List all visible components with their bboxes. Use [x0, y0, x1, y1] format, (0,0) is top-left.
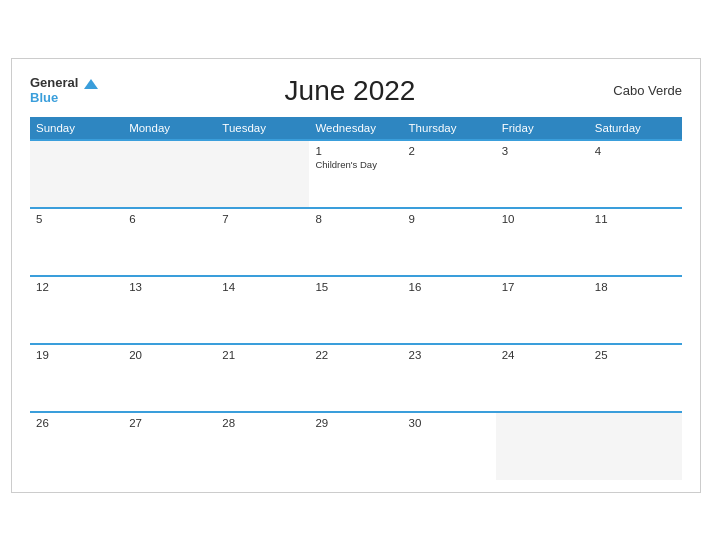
day-number: 11 [595, 213, 676, 225]
day-number: 29 [315, 417, 396, 429]
calendar-cell [589, 412, 682, 480]
calendar-cell: 5 [30, 208, 123, 276]
day-number: 20 [129, 349, 210, 361]
calendar-cell: 10 [496, 208, 589, 276]
calendar-cell: 16 [403, 276, 496, 344]
day-number: 17 [502, 281, 583, 293]
country-label: Cabo Verde [602, 83, 682, 98]
calendar-table: Sunday Monday Tuesday Wednesday Thursday… [30, 117, 682, 480]
calendar-week-row: 1Children's Day234 [30, 140, 682, 208]
calendar-header: General Blue June 2022 Cabo Verde [30, 75, 682, 107]
day-number: 15 [315, 281, 396, 293]
day-number: 21 [222, 349, 303, 361]
day-number: 23 [409, 349, 490, 361]
calendar-cell [216, 140, 309, 208]
day-number: 4 [595, 145, 676, 157]
logo: General Blue [30, 76, 98, 105]
calendar-cell: 8 [309, 208, 402, 276]
day-number: 28 [222, 417, 303, 429]
calendar-week-row: 19202122232425 [30, 344, 682, 412]
day-number: 22 [315, 349, 396, 361]
calendar-cell: 27 [123, 412, 216, 480]
day-number: 13 [129, 281, 210, 293]
calendar-cell: 2 [403, 140, 496, 208]
day-number: 27 [129, 417, 210, 429]
weekday-saturday: Saturday [589, 117, 682, 140]
calendar-cell: 6 [123, 208, 216, 276]
day-number: 30 [409, 417, 490, 429]
calendar-cell: 19 [30, 344, 123, 412]
calendar-cell: 12 [30, 276, 123, 344]
calendar-week-row: 2627282930 [30, 412, 682, 480]
calendar-cell: 1Children's Day [309, 140, 402, 208]
calendar-cell: 29 [309, 412, 402, 480]
day-number: 1 [315, 145, 396, 157]
calendar-cell: 15 [309, 276, 402, 344]
calendar-cell: 30 [403, 412, 496, 480]
calendar-cell: 23 [403, 344, 496, 412]
day-number: 26 [36, 417, 117, 429]
calendar: General Blue June 2022 Cabo Verde Sunday… [11, 58, 701, 493]
calendar-week-row: 567891011 [30, 208, 682, 276]
calendar-cell: 20 [123, 344, 216, 412]
calendar-cell: 25 [589, 344, 682, 412]
calendar-cell [30, 140, 123, 208]
weekday-monday: Monday [123, 117, 216, 140]
weekday-thursday: Thursday [403, 117, 496, 140]
day-number: 12 [36, 281, 117, 293]
calendar-cell: 4 [589, 140, 682, 208]
day-number: 16 [409, 281, 490, 293]
day-number: 7 [222, 213, 303, 225]
day-number: 5 [36, 213, 117, 225]
weekday-sunday: Sunday [30, 117, 123, 140]
day-number: 25 [595, 349, 676, 361]
day-number: 2 [409, 145, 490, 157]
calendar-cell: 3 [496, 140, 589, 208]
day-number: 14 [222, 281, 303, 293]
logo-general-text: General [30, 76, 98, 90]
day-number: 9 [409, 213, 490, 225]
calendar-cell: 13 [123, 276, 216, 344]
calendar-cell: 14 [216, 276, 309, 344]
calendar-cell: 11 [589, 208, 682, 276]
weekday-wednesday: Wednesday [309, 117, 402, 140]
day-number: 3 [502, 145, 583, 157]
calendar-cell [123, 140, 216, 208]
calendar-cell: 26 [30, 412, 123, 480]
calendar-cell: 18 [589, 276, 682, 344]
day-number: 18 [595, 281, 676, 293]
calendar-cell: 24 [496, 344, 589, 412]
logo-triangle-icon [84, 79, 98, 89]
calendar-thead: Sunday Monday Tuesday Wednesday Thursday… [30, 117, 682, 140]
day-number: 6 [129, 213, 210, 225]
weekday-friday: Friday [496, 117, 589, 140]
day-number: 8 [315, 213, 396, 225]
calendar-cell: 7 [216, 208, 309, 276]
calendar-week-row: 12131415161718 [30, 276, 682, 344]
calendar-cell: 17 [496, 276, 589, 344]
calendar-cell: 28 [216, 412, 309, 480]
calendar-cell [496, 412, 589, 480]
logo-blue-text: Blue [30, 91, 98, 105]
calendar-cell: 21 [216, 344, 309, 412]
day-number: 10 [502, 213, 583, 225]
day-number: 19 [36, 349, 117, 361]
day-number: 24 [502, 349, 583, 361]
calendar-cell: 22 [309, 344, 402, 412]
weekday-header-row: Sunday Monday Tuesday Wednesday Thursday… [30, 117, 682, 140]
month-title: June 2022 [98, 75, 602, 107]
weekday-tuesday: Tuesday [216, 117, 309, 140]
calendar-cell: 9 [403, 208, 496, 276]
calendar-body: 1Children's Day2345678910111213141516171… [30, 140, 682, 480]
holiday-label: Children's Day [315, 159, 396, 171]
